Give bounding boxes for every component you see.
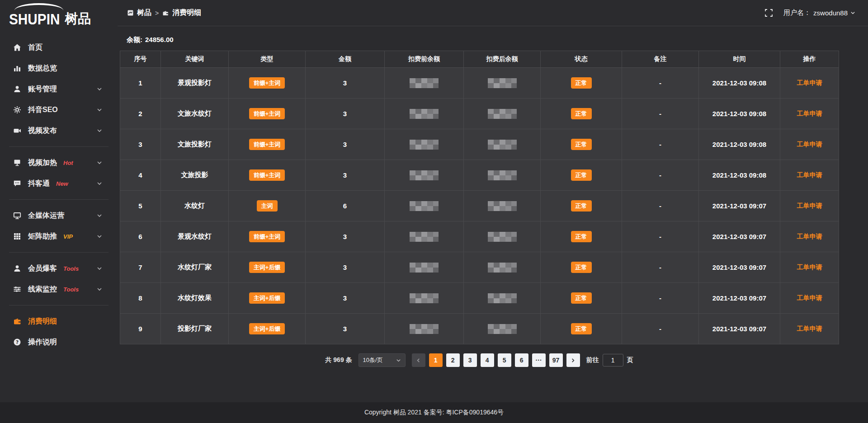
table-row: 9 投影灯厂家 主词+后缀 3 正常 - 2021-12-03 09:07 工单… xyxy=(120,314,839,344)
page-button-2[interactable]: 2 xyxy=(446,353,460,367)
chevron-right-icon xyxy=(571,358,576,363)
ticket-request-link[interactable]: 工单申请 xyxy=(797,202,822,209)
sidebar-item-douketong[interactable]: 抖客通 New xyxy=(0,173,118,194)
ticket-request-link[interactable]: 工单申请 xyxy=(797,263,822,271)
sidebar-item-home[interactable]: 首页 xyxy=(0,37,118,58)
chevron-down-icon xyxy=(97,107,102,113)
ticket-request-link[interactable]: 工单申请 xyxy=(797,79,822,86)
redacted-balance-before xyxy=(410,232,439,242)
sidebar-item-instructions[interactable]: ? 操作说明 xyxy=(0,332,118,352)
table-row: 1 景观投影灯 前缀+主词 3 正常 - 2021-12-03 09:08 工单… xyxy=(120,68,839,99)
redacted-balance-after xyxy=(488,263,517,273)
col-header-index: 序号 xyxy=(120,51,161,68)
svg-text:?: ? xyxy=(16,339,19,345)
brand-logo[interactable]: SHUPIN 树品 xyxy=(0,0,118,28)
ticket-request-link[interactable]: 工单申请 xyxy=(797,110,822,117)
username-value: zswodun88 xyxy=(813,9,848,17)
page-button-97[interactable]: 97 xyxy=(549,353,563,367)
cell-time: 2021-12-03 09:08 xyxy=(699,99,780,129)
goto-page: 前往 页 xyxy=(586,354,633,367)
grid-icon xyxy=(13,232,22,241)
cell-amount: 3 xyxy=(306,314,385,344)
new-badge: New xyxy=(56,180,68,187)
sidebar-item-douyin-seo[interactable]: 抖音SEO xyxy=(0,99,118,120)
page-button-5[interactable]: 5 xyxy=(498,353,511,367)
page-button-6[interactable]: 6 xyxy=(515,353,528,367)
ticket-request-link[interactable]: 工单申请 xyxy=(797,233,822,240)
goto-page-input[interactable] xyxy=(603,354,623,367)
table-row: 8 水纹灯效果 主词+后缀 3 正常 - 2021-12-03 09:07 工单… xyxy=(120,283,839,314)
table-row: 2 文旅水纹灯 前缀+主词 3 正常 - 2021-12-03 09:08 工单… xyxy=(120,99,839,129)
sidebar-item-label: 操作说明 xyxy=(28,338,57,347)
cell-time: 2021-12-03 09:07 xyxy=(699,314,780,344)
cell-keyword: 投影灯厂家 xyxy=(161,314,229,344)
cell-keyword: 景观水纹灯 xyxy=(161,221,229,252)
sidebar-item-lead-monitor[interactable]: 线索监控 Tools xyxy=(0,279,118,300)
pagination-total: 共 969 条 xyxy=(325,356,352,364)
redacted-balance-after xyxy=(488,78,517,88)
ticket-request-link[interactable]: 工单申请 xyxy=(797,171,822,179)
sidebar-item-video-heat[interactable]: 视频加热 Hot xyxy=(0,152,118,173)
cell-amount: 3 xyxy=(306,160,385,191)
ticket-request-link[interactable]: 工单申请 xyxy=(797,141,822,148)
prev-page-button[interactable] xyxy=(412,353,425,367)
user-menu[interactable]: 用户名：zswodun88 xyxy=(783,9,855,17)
page-ellipsis-button[interactable]: ··· xyxy=(532,353,546,367)
chevron-down-icon xyxy=(97,160,102,165)
page-button-3[interactable]: 3 xyxy=(463,353,477,367)
status-badge: 正常 xyxy=(571,77,592,89)
page-button-4[interactable]: 4 xyxy=(481,353,494,367)
balance-label: 余额: xyxy=(127,36,142,43)
sidebar-item-member-burst[interactable]: 会员爆客 Tools xyxy=(0,258,118,279)
status-badge: 正常 xyxy=(571,139,592,150)
redacted-balance-before xyxy=(410,324,439,334)
cell-note: - xyxy=(622,99,699,129)
sidebar-item-data-overview[interactable]: 数据总览 xyxy=(0,58,118,79)
hot-badge: Hot xyxy=(63,160,73,166)
redacted-balance-after xyxy=(488,293,517,303)
cell-time: 2021-12-03 09:07 xyxy=(699,283,780,314)
page-buttons: 1 2 3 4 5 6 ··· 97 xyxy=(412,353,580,367)
page-button-1[interactable]: 1 xyxy=(429,353,443,367)
breadcrumb-item-current[interactable]: 消费明细 xyxy=(162,8,201,18)
cell-time: 2021-12-03 09:08 xyxy=(699,129,780,160)
next-page-button[interactable] xyxy=(566,353,580,367)
sidebar-item-matrix-boost[interactable]: 矩阵助推 VIP xyxy=(0,226,118,247)
redacted-balance-after xyxy=(488,324,517,334)
username-label: 用户名： xyxy=(783,9,811,17)
cell-amount: 3 xyxy=(306,283,385,314)
sidebar-item-video-publish[interactable]: 视频发布 xyxy=(0,120,118,141)
ticket-request-link[interactable]: 工单申请 xyxy=(797,325,822,332)
table-row: 6 景观水纹灯 前缀+主词 3 正常 - 2021-12-03 09:07 工单… xyxy=(120,221,839,252)
ticket-request-link[interactable]: 工单申请 xyxy=(797,294,822,301)
sidebar-item-label: 会员爆客 xyxy=(28,264,57,273)
redacted-balance-before xyxy=(410,140,439,150)
pagination: 共 969 条 10条/页 1 2 3 4 5 6 ··· 97 前往 页 xyxy=(120,353,839,367)
redacted-balance-before xyxy=(410,263,439,273)
cell-note: - xyxy=(622,191,699,221)
cell-index: 6 xyxy=(120,221,161,252)
cell-keyword: 文旅水纹灯 xyxy=(161,99,229,129)
breadcrumb-label: 消费明细 xyxy=(172,8,201,18)
sidebar-item-consumption-detail[interactable]: 消费明细 xyxy=(0,311,118,332)
cell-note: - xyxy=(622,68,699,99)
balance-line: 余额:24856.00 xyxy=(127,36,868,44)
redacted-balance-before xyxy=(410,201,439,211)
wallet-mini-icon xyxy=(162,10,169,16)
chevron-down-icon xyxy=(97,266,102,271)
chevron-down-icon xyxy=(97,128,102,133)
col-header-balance-after: 扣费后余额 xyxy=(464,51,541,68)
col-header-action: 操作 xyxy=(780,51,839,68)
cell-keyword: 文旅投影 xyxy=(161,160,229,191)
sidebar-item-account[interactable]: 账号管理 xyxy=(0,79,118,99)
sidebar-item-all-media[interactable]: 全媒体运营 xyxy=(0,205,118,226)
page-size-select[interactable]: 10条/页 xyxy=(359,353,406,367)
monitor-icon xyxy=(13,211,22,220)
cell-time: 2021-12-03 09:07 xyxy=(699,191,780,221)
fullscreen-icon[interactable] xyxy=(765,9,773,17)
redacted-balance-after xyxy=(488,201,517,211)
breadcrumb-item-home[interactable]: 树品 xyxy=(127,8,151,18)
status-badge: 正常 xyxy=(571,292,592,304)
chevron-down-icon xyxy=(97,181,102,186)
type-badge: 前缀+主词 xyxy=(249,169,285,181)
